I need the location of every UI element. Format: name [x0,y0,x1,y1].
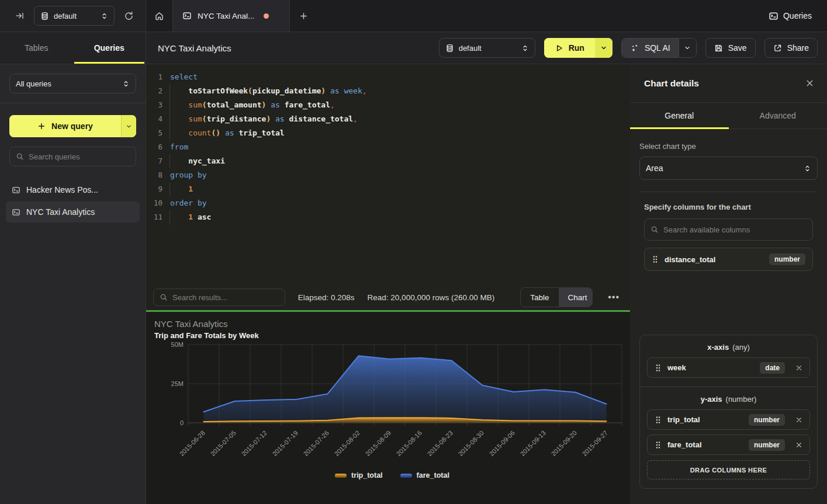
sql-ai-caret[interactable] [679,39,696,57]
toggle-chart[interactable]: Chart [559,288,593,307]
chart-subtitle: Trip and Fare Totals by Week [154,331,630,340]
close-icon [805,79,814,88]
legend-item-fare_total[interactable]: fare_total [400,471,449,479]
database-icon [445,44,454,53]
collapse-sidebar-icon [15,11,25,20]
column-item-fare_total[interactable]: fare_totalnumber [647,435,810,455]
refresh-button[interactable] [120,8,137,25]
svg-text:2015-08-02: 2015-08-02 [333,429,361,457]
home-button[interactable] [146,0,173,32]
query-filter-dropdown[interactable]: All queries [9,74,136,93]
code-line[interactable]: 11 1 asc [146,210,630,224]
code-text: select [170,70,198,84]
code-line[interactable]: 10order by [146,196,630,210]
top-bar: default NYC Taxi Anal... Queries [0,0,827,32]
new-query-button[interactable]: New query [9,115,136,137]
refresh-icon [124,11,134,21]
tab-strip: NYC Taxi Anal... Queries [146,0,827,32]
run-button-main[interactable]: Run [544,38,595,58]
legend-item-trip_total[interactable]: trip_total [335,471,382,479]
y-axis-label: y-axis [701,395,722,404]
new-tab-button[interactable] [290,0,317,32]
column-type-badge: number [749,439,785,451]
sidebar-tab-queries[interactable]: Queries [73,32,146,64]
code-text: sum(total_amount) as fare_total, [170,98,335,112]
results-more-button[interactable]: ••• [605,292,622,303]
drag-handle-icon[interactable] [655,441,662,449]
save-button[interactable]: Save [705,38,756,58]
code-text: order by [170,196,207,210]
tab-general[interactable]: General [630,103,729,128]
chart-title: NYC Taxi Analytics [154,319,630,329]
drag-handle-icon[interactable] [655,364,662,372]
toggle-table[interactable]: Table [521,288,558,307]
query-list-item[interactable]: Hacker News Pos... [6,179,140,200]
drag-columns-dropzone[interactable]: DRAG COLUMNS HERE [647,460,810,479]
result-view-toggle: Table Chart [520,287,593,307]
run-database-selector[interactable]: default [439,38,535,58]
sql-ai-main[interactable]: SQL AI [622,39,679,57]
x-axis-hint: (any) [732,343,750,352]
column-item-distance_total[interactable]: distance_totalnumber [644,248,813,271]
area-chart[interactable]: 025M50M2015-06-282015-07-052015-07-12201… [154,340,629,474]
close-panel-button[interactable] [805,79,814,88]
queries-top-button[interactable]: Queries [762,0,827,32]
new-query-caret[interactable] [121,115,136,137]
chart-type-label: Select chart type [639,142,818,151]
x-axis-label: x-axis [707,343,729,352]
search-columns-box [644,218,813,241]
code-line[interactable]: 8group by [146,168,630,182]
code-line[interactable]: 5 count() as trip_total [146,126,630,140]
line-number: 8 [146,168,162,182]
svg-text:2015-07-26: 2015-07-26 [302,429,330,457]
database-icon [40,12,49,20]
chevron-updown-icon [804,165,811,172]
chart-details-title: Chart details [644,78,699,89]
sql-editor[interactable]: 1select2 toStartOfWeek(pickup_datetime) … [146,64,630,284]
top-bar-left: default [0,0,146,32]
search-icon [160,293,168,301]
column-item-week[interactable]: weekdate [647,357,810,378]
new-query-main[interactable]: New query [9,115,121,137]
code-line[interactable]: 4 sum(trip_distance) as distance_total, [146,112,630,126]
search-icon [16,152,24,161]
code-line[interactable]: 1select [146,70,630,84]
code-line[interactable]: 7 nyc_taxi [146,154,630,168]
remove-column-button[interactable] [795,442,802,449]
database-selector[interactable]: default [34,6,115,26]
svg-text:2015-09-06: 2015-09-06 [488,429,516,457]
collapse-sidebar-button[interactable] [12,8,28,24]
tab-nyc-taxi-analytics[interactable]: NYC Taxi Anal... [173,0,290,32]
run-options-caret[interactable] [595,38,613,58]
drag-handle-icon[interactable] [652,255,659,263]
plus-icon [299,12,308,20]
search-icon [650,225,659,234]
legend-label: fare_total [417,471,449,479]
x-axis-section: x-axis(any) weekdate [640,335,817,387]
chart-type-dropdown[interactable]: Area [639,157,818,180]
share-button[interactable]: Share [764,38,818,58]
column-item-trip_total[interactable]: trip_totalnumber [647,409,810,430]
sql-ai-button[interactable]: SQL AI [621,38,697,58]
run-button[interactable]: Run [544,38,613,58]
code-line[interactable]: 6from [146,140,630,154]
drag-handle-icon[interactable] [655,416,662,424]
chevron-down-icon [126,123,132,130]
remove-column-button[interactable] [795,416,802,423]
plus-icon [37,122,46,130]
search-queries-input[interactable] [29,152,130,161]
search-columns-input[interactable] [663,225,807,234]
secondary-bar: Tables Queries NYC Taxi Analytics defaul… [0,32,827,64]
line-number: 1 [146,70,162,84]
line-number: 10 [146,196,162,210]
query-list-item[interactable]: NYC Taxi Analytics [6,201,140,223]
tab-advanced[interactable]: Advanced [729,103,827,128]
remove-column-button[interactable] [795,364,802,371]
sidebar-tab-tables[interactable]: Tables [0,32,73,64]
code-line[interactable]: 2 toStartOfWeek(pickup_datetime) as week… [146,84,630,98]
sql-console-window: default NYC Taxi Anal... Queries [0,0,827,504]
search-results-input[interactable] [172,293,279,302]
code-line[interactable]: 3 sum(total_amount) as fare_total, [146,98,630,112]
y-axis-hint: (number) [726,395,757,404]
code-line[interactable]: 9 1 [146,182,630,196]
